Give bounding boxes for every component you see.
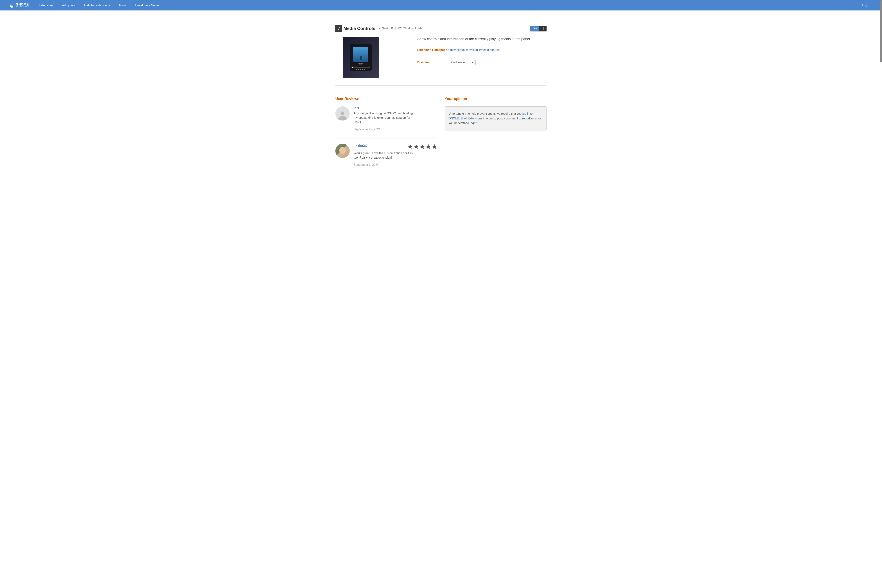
star-icon bbox=[419, 144, 425, 150]
homepage-link[interactable]: https://github.com/cliffniff/media-contr… bbox=[448, 48, 500, 52]
extension-title: Media Controls bbox=[344, 26, 375, 31]
caret-down-icon bbox=[872, 5, 873, 6]
review-item: by slax57 Works great!! Love the customi… bbox=[335, 137, 437, 173]
navbar: GNOME EXTENSIONS Extensions Add yours In… bbox=[0, 0, 882, 10]
star-rating bbox=[407, 144, 437, 150]
homepage-label: Extension Homepage bbox=[417, 48, 448, 52]
extension-author-link[interactable]: Sakith B. bbox=[382, 27, 394, 30]
toggle-handle-icon bbox=[539, 26, 546, 31]
gnome-foot-icon bbox=[9, 3, 14, 8]
review-username-link[interactable]: jit-x bbox=[354, 106, 359, 110]
gnome-logo[interactable]: GNOME EXTENSIONS bbox=[9, 3, 29, 8]
nav-extensions[interactable]: Extensions bbox=[34, 4, 58, 7]
logo-subtitle: EXTENSIONS bbox=[16, 6, 29, 8]
star-icon bbox=[432, 144, 437, 150]
by-label: by bbox=[377, 27, 381, 30]
review-item: jit-x Anyone got it working on GS47? I a… bbox=[335, 106, 437, 137]
user-reviews-heading: User Reviews bbox=[335, 97, 437, 101]
nav-add-yours[interactable]: Add yours bbox=[58, 4, 80, 7]
avatar bbox=[335, 106, 350, 121]
review-date: September 22, 2024 bbox=[354, 128, 437, 131]
navbar-nav: Extensions Add yours Installed extension… bbox=[34, 4, 862, 7]
review-username-link[interactable]: slax57 bbox=[358, 144, 367, 147]
separator: | bbox=[395, 27, 396, 30]
logo-title: GNOME bbox=[16, 3, 29, 6]
star-icon bbox=[413, 144, 419, 150]
review-date: September 3, 2024 bbox=[354, 163, 437, 166]
nav-developers-guide[interactable]: Developers Guide bbox=[131, 4, 163, 7]
music-note-icon bbox=[337, 27, 340, 30]
review-text: Anyone got it working on GS47? I am hold… bbox=[354, 111, 414, 124]
login-notice: Unfortunately, to help prevent spam, we … bbox=[445, 106, 547, 130]
star-icon bbox=[407, 144, 413, 150]
star-icon bbox=[425, 144, 431, 150]
extension-screenshot[interactable]: Spotify Insomnia. ghxsted. 00:0701:46 bbox=[343, 37, 379, 78]
review-text: Works great!! Love the customization abi… bbox=[354, 151, 414, 160]
scrollbar[interactable] bbox=[879, 0, 882, 173]
login-link[interactable]: Log in bbox=[862, 4, 873, 7]
extension-description: Show controls and information of the cur… bbox=[417, 37, 547, 41]
extension-header: Media Controls by Sakith B. | 223638 dow… bbox=[335, 25, 547, 32]
album-art bbox=[353, 47, 368, 62]
download-label: Download bbox=[417, 61, 448, 64]
avatar bbox=[335, 144, 350, 158]
scrollbar-thumb[interactable] bbox=[880, 0, 882, 63]
user-placeholder-icon bbox=[337, 110, 348, 121]
nav-about[interactable]: About bbox=[114, 4, 131, 7]
your-opinion-heading: Your opinion bbox=[445, 97, 547, 101]
nav-installed[interactable]: Installed extensions bbox=[80, 4, 114, 7]
shell-version-select[interactable]: Shell version… bbox=[448, 59, 476, 66]
extension-toggle[interactable]: ON bbox=[530, 26, 547, 31]
download-count: 223638 downloads bbox=[398, 27, 422, 30]
by-prefix: by bbox=[354, 144, 358, 147]
extension-icon bbox=[335, 25, 342, 32]
toggle-on-label: ON bbox=[531, 26, 539, 31]
